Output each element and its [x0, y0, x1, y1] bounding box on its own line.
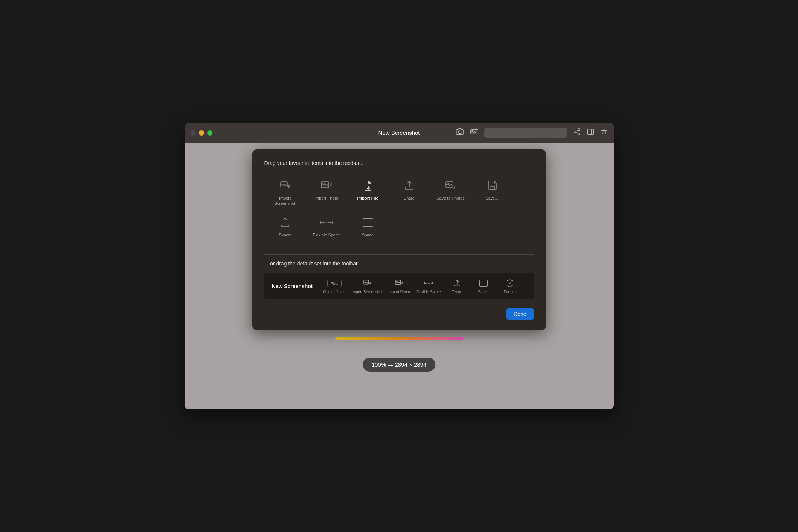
default-import-screenshot-label: Import Screenshot [352, 290, 383, 294]
save-icon [485, 178, 500, 193]
color-gradient-bar [335, 337, 463, 340]
camera-icon[interactable] [456, 128, 464, 138]
default-item-space: Space [470, 278, 497, 294]
default-item-export: Export [444, 278, 470, 294]
flexible-space-icon [319, 215, 334, 230]
default-export-icon [452, 278, 462, 288]
window-title: New Screenshot [378, 130, 420, 136]
save-to-photos-icon [443, 178, 458, 193]
maximize-button[interactable] [207, 130, 212, 136]
default-space-icon [478, 278, 489, 288]
output-name-box: ABC [327, 280, 342, 287]
minimize-button[interactable] [199, 130, 204, 136]
import-file-icon [360, 178, 375, 193]
output-name-label: Output Name [323, 290, 345, 294]
toolbar-item-space[interactable]: Space [347, 212, 389, 241]
panel-icon[interactable] [587, 128, 594, 137]
share-icon[interactable] [573, 128, 581, 137]
default-format-icon [505, 278, 515, 288]
app-window: New Screenshot [185, 123, 614, 409]
import-photo-icon [319, 178, 334, 193]
toolbar-item-import-photo[interactable]: Import Photo [306, 175, 347, 209]
close-button[interactable] [191, 130, 196, 136]
import-photo-toolbar-icon[interactable] [470, 128, 478, 138]
pin-icon[interactable] [600, 128, 608, 137]
svg-point-0 [458, 131, 461, 133]
default-item-import-photo: Import Photo [386, 278, 413, 294]
import-file-label: Import File [357, 195, 378, 201]
dialog-header: Drag your favourite items into the toolb… [264, 160, 534, 166]
default-app-name: New Screenshot [272, 283, 313, 289]
zoom-pill: 100% — 2894 × 2894 [363, 358, 436, 372]
space-label: Space [362, 232, 374, 238]
toolbar-item-import-screenshot[interactable]: ImportScreenshot [264, 175, 306, 209]
import-photo-label: Import Photo [314, 195, 338, 201]
default-import-screenshot-icon [362, 278, 372, 288]
default-export-label: Export [452, 290, 462, 294]
default-space-label: Space [478, 290, 488, 294]
titlebar-tools [456, 128, 608, 138]
toolbar-item-export[interactable]: Export [264, 212, 306, 241]
toolbar-item-share[interactable]: Share [389, 175, 430, 209]
save-label: Save... [485, 195, 498, 201]
import-screenshot-label: ImportScreenshot [275, 195, 296, 206]
done-button[interactable]: Done [506, 308, 534, 320]
traffic-lights [191, 130, 212, 136]
divider [264, 254, 534, 255]
flexible-space-label: Flexible Space [313, 232, 340, 238]
share-label: Share [404, 195, 415, 201]
import-screenshot-icon [278, 178, 293, 193]
save-to-photos-label: Save to Photos [436, 195, 465, 201]
customize-toolbar-dialog: Drag your favourite items into the toolb… [252, 149, 546, 331]
toolbar-item-save[interactable]: Save... [471, 175, 513, 209]
search-input[interactable] [484, 128, 567, 138]
default-import-photo-label: Import Photo [389, 290, 410, 294]
output-name-icon: ABC [329, 278, 340, 288]
titlebar: New Screenshot [185, 123, 614, 143]
default-flexible-space-label: Flexible Space [416, 290, 441, 294]
default-item-import-screenshot: Import Screenshot [349, 278, 386, 294]
default-import-photo-icon [394, 278, 404, 288]
default-item-flexible-space: Flexible Space [413, 278, 444, 294]
default-set-label: ... or drag the default set into the too… [264, 261, 534, 267]
svg-rect-11 [490, 186, 494, 189]
toolbar-item-flexible-space[interactable]: Flexible Space [306, 212, 347, 241]
default-flexible-space-icon [423, 278, 434, 288]
svg-rect-1 [470, 130, 476, 134]
svg-rect-3 [587, 129, 593, 135]
default-item-format: Format [497, 278, 523, 294]
space-icon [360, 215, 375, 230]
export-label: Export [279, 232, 291, 238]
export-icon [278, 215, 293, 230]
toolbar-item-save-photos[interactable]: Save to Photos [430, 175, 471, 209]
default-item-output-name: ABC Output Name [320, 278, 348, 294]
toolbar-item-import-file[interactable]: Import File [347, 175, 389, 209]
toolbar-items-grid: ImportScreenshot Import Photo [264, 175, 534, 244]
default-format-label: Format [504, 290, 516, 294]
default-toolbar-strip[interactable]: New Screenshot ABC Output Name [264, 273, 534, 299]
done-row: Done [264, 308, 534, 320]
window-body: Drag your favourite items into the toolb… [185, 143, 614, 409]
share-item-icon [402, 178, 417, 193]
